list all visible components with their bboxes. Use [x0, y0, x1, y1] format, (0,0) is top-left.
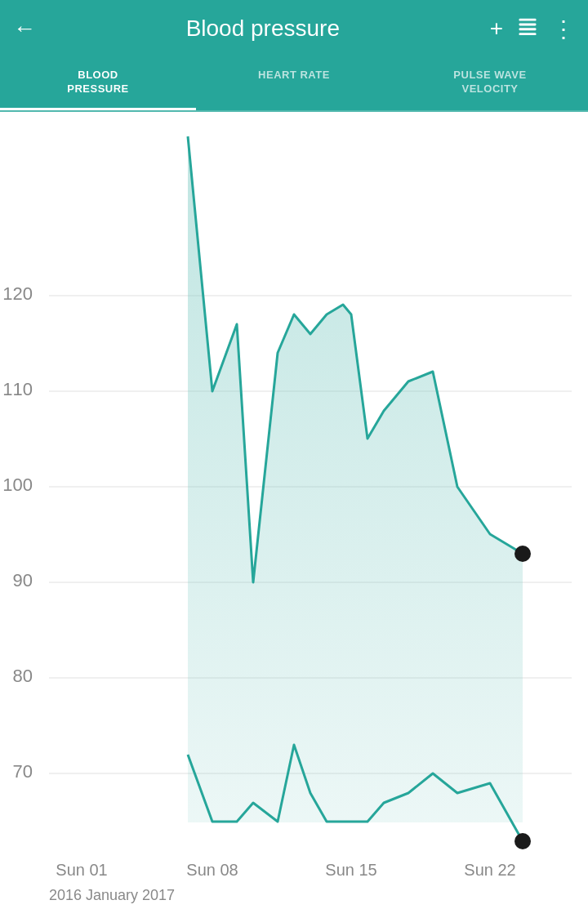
svg-text:70: 70 — [13, 761, 33, 782]
list-icon[interactable] — [516, 15, 539, 43]
add-button[interactable]: + — [490, 16, 503, 42]
tab-heart-rate[interactable]: HEART RATE — [196, 57, 392, 110]
svg-text:80: 80 — [13, 666, 33, 686]
tab-blood-pressure[interactable]: BLOODPRESSURE — [0, 57, 196, 110]
svg-rect-0 — [519, 18, 537, 20]
svg-point-18 — [514, 833, 531, 849]
blood-pressure-chart: 120 110 100 90 80 70 Sun 01 Sun 08 Sun 1… — [0, 112, 588, 903]
svg-text:100: 100 — [2, 475, 33, 495]
svg-marker-16 — [188, 136, 523, 822]
svg-text:January 2017: January 2017 — [86, 887, 175, 903]
svg-text:110: 110 — [2, 379, 33, 399]
more-icon[interactable]: ⋮ — [552, 16, 575, 42]
chart-area: 120 110 100 90 80 70 Sun 01 Sun 08 Sun 1… — [0, 112, 588, 903]
svg-point-17 — [514, 546, 531, 562]
tab-bar: BLOODPRESSURE HEART RATE PULSE WAVEVELOC… — [0, 57, 588, 112]
svg-text:90: 90 — [13, 570, 33, 590]
svg-rect-1 — [519, 23, 537, 25]
header: ← Blood pressure + ⋮ — [0, 0, 588, 57]
back-button[interactable]: ← — [13, 16, 36, 42]
svg-text:Sun 15: Sun 15 — [325, 861, 376, 879]
svg-text:Sun 22: Sun 22 — [464, 861, 515, 879]
svg-rect-2 — [519, 28, 537, 30]
svg-text:2016: 2016 — [49, 887, 82, 903]
tab-pulse-wave[interactable]: PULSE WAVEVELOCITY — [392, 57, 588, 110]
svg-rect-3 — [519, 33, 537, 35]
svg-text:Sun 08: Sun 08 — [186, 861, 238, 879]
page-title: Blood pressure — [49, 16, 477, 42]
svg-text:Sun 01: Sun 01 — [56, 861, 107, 879]
svg-text:120: 120 — [2, 283, 33, 304]
